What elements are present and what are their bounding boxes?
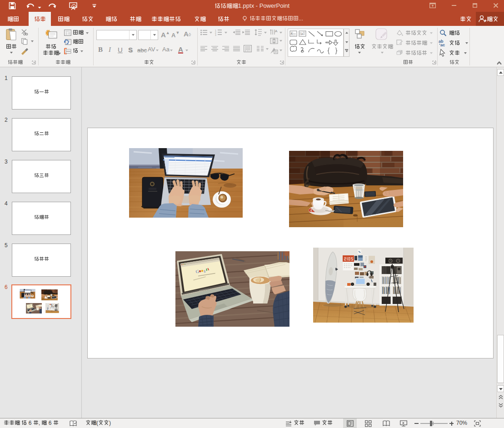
svg-text:A: A (301, 33, 303, 35)
svg-text:A: A (275, 29, 278, 33)
svg-text:ac: ac (440, 43, 445, 47)
svg-text:3: 3 (215, 34, 216, 36)
svg-text:A: A (291, 32, 293, 35)
